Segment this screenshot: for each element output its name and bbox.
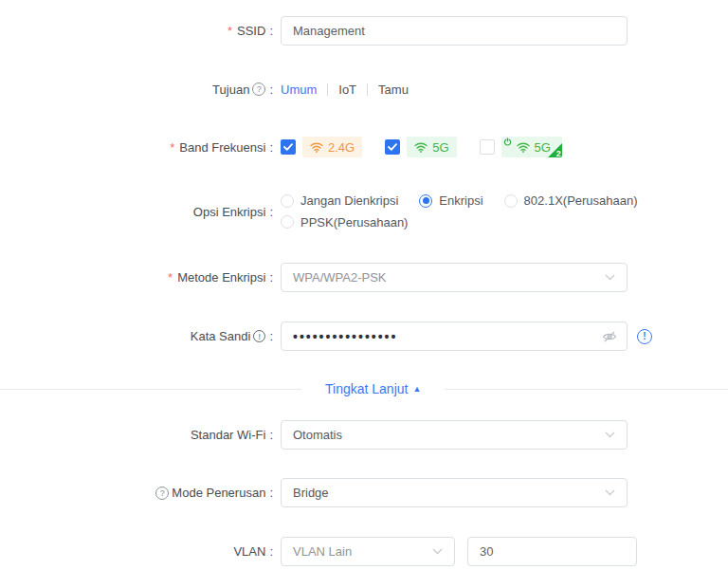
- radio-icon[interactable]: [281, 215, 294, 229]
- band-24g-badge[interactable]: 2.4G: [302, 137, 362, 157]
- band-5g-text: 5G: [432, 140, 448, 155]
- standar-value: Otomatis: [293, 428, 342, 442]
- band-5g2-checkbox[interactable]: [480, 139, 495, 155]
- divider-line: [445, 389, 728, 390]
- divider-line: [0, 389, 301, 390]
- radio-selected-icon[interactable]: [419, 194, 432, 208]
- password-input[interactable]: [281, 322, 628, 351]
- opsi-label: Opsi Enkripsi :: [0, 192, 273, 231]
- radio-enkripsi[interactable]: Enkripsi: [419, 193, 482, 208]
- power-off-icon: [503, 138, 512, 146]
- ssid-input[interactable]: [281, 16, 628, 46]
- metode-enkripsi-select[interactable]: WPA/WPA2-PSK: [281, 263, 628, 292]
- advanced-divider: Tingkat Lanjut ▲: [0, 379, 728, 398]
- eye-off-icon[interactable]: [602, 330, 617, 342]
- tujuan-label: Tujuan ? :: [0, 80, 273, 99]
- band-24g-checkbox[interactable]: [281, 139, 296, 155]
- band-5g2-sub: 2: [556, 149, 561, 157]
- tujuan-option-umum[interactable]: Umum: [281, 83, 317, 97]
- required-asterisk: *: [228, 24, 232, 38]
- band-5g-checkbox[interactable]: [385, 139, 400, 155]
- wifi-icon: [310, 142, 323, 153]
- chevron-down-icon: [605, 274, 615, 281]
- tujuan-option-iot[interactable]: IoT: [338, 83, 356, 97]
- band-24g-text: 2.4G: [328, 140, 355, 155]
- tujuan-option-tamu[interactable]: Tamu: [378, 83, 409, 97]
- mode-value: Bridge: [293, 486, 329, 500]
- sandi-label-text: Kata Sandi: [191, 329, 251, 343]
- radio-8021x[interactable]: 802.1X(Perusahaan): [504, 193, 638, 208]
- ssid-label-text: SSID: [237, 24, 265, 38]
- required-asterisk: *: [168, 270, 173, 285]
- standar-label-text: Standar Wi-Fi: [191, 428, 265, 442]
- form-row-vlan: VLAN : VLAN Lain: [0, 536, 637, 566]
- band-label: * Band Frekuensi :: [0, 135, 273, 159]
- opsi-label-text: Opsi Enkripsi: [193, 205, 266, 219]
- wifi-settings-form: * SSID : Tujuan ? : Umum IoT Tamu * Band…: [0, 0, 728, 588]
- form-row-opsi: Opsi Enkripsi : Jangan Dienkripsi Enkrip…: [0, 192, 638, 231]
- band-5g-badge[interactable]: 5G: [407, 137, 456, 157]
- band-24g-group: 2.4G: [281, 137, 362, 157]
- form-row-band: * Band Frekuensi : 2.4G: [0, 135, 562, 159]
- advanced-toggle[interactable]: Tingkat Lanjut ▲: [325, 381, 421, 396]
- form-row-tujuan: Tujuan ? : Umum IoT Tamu: [0, 80, 409, 99]
- vlan-label-text: VLAN: [233, 544, 265, 559]
- check-icon: [388, 143, 397, 151]
- help-icon[interactable]: ?: [155, 487, 169, 500]
- radio-ppsk[interactable]: PPSK(Perusahaan): [281, 215, 408, 230]
- mode-label: ? Mode Penerusan :: [0, 478, 273, 507]
- form-row-metode: * Metode Enkripsi : WPA/WPA2-PSK: [0, 263, 628, 292]
- form-row-standar: Standar Wi-Fi : Otomatis: [0, 420, 628, 450]
- sandi-label: Kata Sandi ! :: [0, 322, 273, 351]
- divider: [327, 83, 328, 96]
- metode-value: WPA/WPA2-PSK: [293, 270, 386, 285]
- vlan-label: VLAN :: [0, 536, 273, 566]
- tujuan-label-text: Tujuan: [212, 83, 249, 97]
- chevron-down-icon: [432, 548, 443, 555]
- help-icon[interactable]: ?: [252, 83, 265, 96]
- password-info-icon[interactable]: !: [637, 329, 652, 344]
- chevron-down-icon: [605, 432, 615, 438]
- band-5g2-badge[interactable]: 5G 2: [501, 137, 562, 157]
- chevron-down-icon: [605, 489, 615, 496]
- band-5g2-group: 5G 2: [480, 137, 562, 157]
- metode-label-text: Metode Enkripsi: [177, 270, 265, 285]
- wifi-icon: [414, 142, 428, 153]
- mode-label-text: Mode Penerusan: [172, 486, 265, 500]
- info-icon[interactable]: !: [253, 330, 265, 342]
- vlan-select-value: VLAN Lain: [293, 544, 352, 559]
- collapse-arrow-icon: ▲: [412, 384, 421, 394]
- standar-label: Standar Wi-Fi :: [0, 420, 273, 450]
- form-row-ssid: * SSID :: [0, 16, 628, 46]
- form-row-mode: ? Mode Penerusan : Bridge: [0, 478, 628, 507]
- wifi-icon: [517, 142, 530, 153]
- vlan-id-input[interactable]: [467, 537, 637, 566]
- radio-jangan-dienkripsi[interactable]: Jangan Dienkripsi: [281, 193, 398, 208]
- radio-icon[interactable]: [281, 194, 294, 208]
- metode-label: * Metode Enkripsi :: [0, 263, 273, 292]
- radio-icon[interactable]: [504, 194, 518, 208]
- required-asterisk: *: [170, 140, 174, 155]
- mode-penerusan-select[interactable]: Bridge: [281, 478, 628, 507]
- standar-wifi-select[interactable]: Otomatis: [281, 420, 628, 450]
- form-row-sandi: Kata Sandi ! : !: [0, 322, 652, 351]
- band-label-text: Band Frekuensi: [179, 140, 265, 155]
- vlan-select[interactable]: VLAN Lain: [281, 537, 455, 566]
- divider: [367, 83, 368, 96]
- ssid-label: * SSID :: [0, 16, 273, 46]
- band-5g-group: 5G: [385, 137, 456, 157]
- check-icon: [283, 143, 293, 151]
